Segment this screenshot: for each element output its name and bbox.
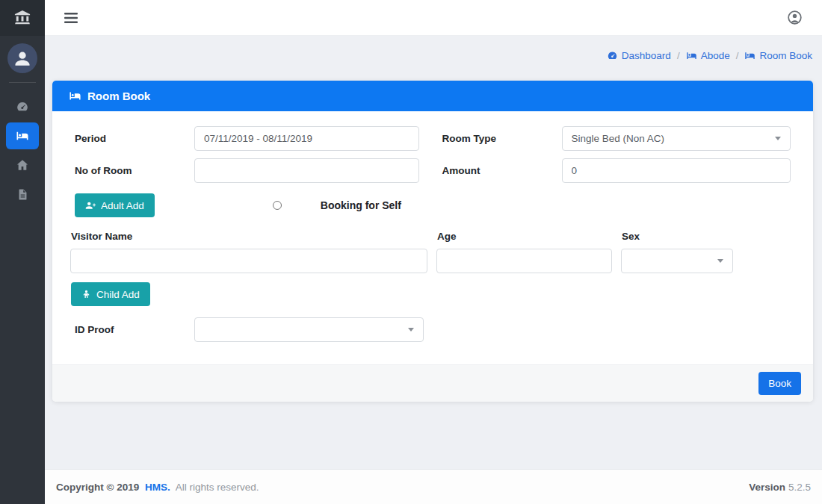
card-footer: Book [52, 364, 813, 402]
breadcrumb-room-book[interactable]: Room Book [744, 50, 812, 61]
bed-icon [744, 50, 755, 61]
version-info: Version5.2.5 [749, 482, 811, 493]
copyright-suffix: All rights reserved. [176, 482, 259, 493]
user-plus-icon [85, 200, 96, 211]
age-input[interactable] [436, 249, 612, 273]
breadcrumb-dashboard[interactable]: Dashboard [607, 50, 671, 61]
sidebar-item-dashboard[interactable] [6, 93, 39, 120]
sidebar [0, 0, 45, 504]
period-input[interactable] [194, 126, 419, 151]
adult-add-label: Adult Add [101, 200, 144, 211]
bed-icon [16, 129, 29, 143]
room-type-value: Single Bed (Non AC) [572, 133, 770, 144]
app-window: Dashboard / Abode / Room Book [0, 0, 822, 504]
no-of-room-label: No of Room [70, 165, 194, 176]
bank-icon [14, 10, 31, 26]
booking-for-self-label: Booking for Self [321, 199, 401, 211]
top-navbar [45, 0, 822, 36]
version-label: Version [749, 482, 785, 493]
chevron-down-icon [408, 328, 414, 332]
room-type-label: Room Type [438, 133, 562, 144]
breadcrumb-abode[interactable]: Abode [686, 50, 730, 61]
sex-select[interactable] [621, 249, 733, 273]
bed-icon [69, 90, 81, 102]
brand-link[interactable]: HMS. [145, 482, 170, 493]
adult-add-button[interactable]: Adult Add [75, 193, 155, 217]
breadcrumb: Dashboard / Abode / Room Book [45, 36, 822, 61]
home-icon [16, 158, 29, 172]
breadcrumb-separator: / [736, 50, 739, 61]
chevron-down-icon [717, 259, 723, 263]
visitor-name-input[interactable] [70, 249, 427, 273]
amount-label: Amount [438, 165, 562, 176]
id-proof-select[interactable] [194, 317, 424, 342]
breadcrumb-label: Room Book [759, 50, 812, 61]
sidebar-item-room-book[interactable] [6, 122, 39, 149]
breadcrumb-label: Abode [701, 50, 730, 61]
child-icon [81, 289, 91, 299]
content-area: Dashboard / Abode / Room Book [45, 36, 822, 469]
app-logo[interactable] [0, 0, 45, 36]
copyright: Copyright © 2019 HMS. All rights reserve… [56, 482, 262, 493]
id-proof-label: ID Proof [70, 324, 194, 335]
room-type-select[interactable]: Single Bed (Non AC) [562, 126, 791, 151]
hamburger-icon[interactable] [64, 13, 78, 23]
amount-input[interactable] [562, 158, 791, 183]
version-value: 5.2.5 [788, 482, 811, 493]
period-label: Period [70, 133, 194, 144]
no-of-room-input[interactable] [194, 158, 419, 183]
tachometer-icon [16, 100, 29, 113]
child-add-button[interactable]: Child Add [71, 282, 150, 306]
chevron-down-icon [775, 137, 781, 140]
bed-icon [686, 50, 697, 61]
age-label: Age [436, 231, 612, 242]
sidebar-item-home[interactable] [6, 152, 39, 178]
file-icon [16, 188, 29, 201]
child-add-label: Child Add [96, 289, 140, 300]
tachometer-icon [607, 50, 618, 61]
book-button[interactable]: Book [758, 372, 801, 395]
breadcrumb-label: Dashboard [622, 50, 671, 61]
sex-label: Sex [621, 231, 733, 242]
breadcrumb-separator: / [677, 50, 680, 61]
avatar-wrap [0, 36, 45, 82]
user-silhouette-icon [13, 49, 32, 68]
room-book-card: Room Book Period Room Type Single Bed (N… [52, 81, 813, 402]
avatar[interactable] [7, 43, 37, 73]
page-title: Room Book [87, 90, 150, 102]
card-body: Period Room Type Single Bed (Non AC) No … [52, 111, 813, 364]
copyright-prefix: Copyright © 2019 [56, 482, 139, 493]
booking-for-self-radio[interactable] [273, 201, 282, 210]
user-circle-icon[interactable] [787, 10, 803, 25]
sidebar-item-report[interactable] [6, 181, 39, 208]
page-footer: Copyright © 2019 HMS. All rights reserve… [45, 469, 822, 504]
sidebar-divider [9, 82, 36, 83]
card-header: Room Book [52, 81, 813, 111]
visitor-name-label: Visitor Name [70, 231, 427, 242]
